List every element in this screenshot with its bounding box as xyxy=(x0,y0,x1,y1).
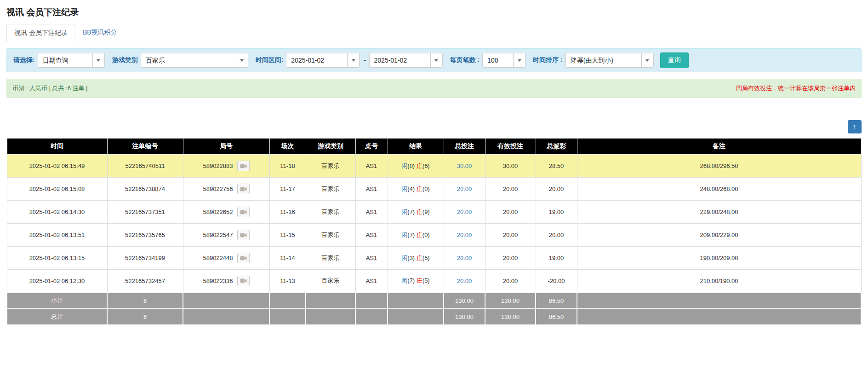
banker-result: 庄 xyxy=(417,208,423,215)
chevron-down-icon[interactable] xyxy=(92,53,104,67)
page-size-select[interactable]: 100 xyxy=(482,53,525,68)
table-row: 2025-01-02 06:15:49 522165740511 5890228… xyxy=(7,155,861,178)
video-icon xyxy=(240,186,247,192)
query-type-select[interactable]: 日期查询 xyxy=(38,53,105,68)
search-button[interactable]: 查询 xyxy=(660,52,689,68)
cell-empty xyxy=(388,293,444,309)
video-replay-button[interactable] xyxy=(237,161,250,171)
total-label: 总计 xyxy=(7,309,107,325)
round-number: 589022448 xyxy=(203,255,233,261)
cell-empty xyxy=(269,293,306,309)
subtotal-row: 小计 6 130.00 130.00 86.50 xyxy=(7,293,861,309)
cell-result: 闲(0) 庄(6) xyxy=(388,155,444,178)
tab-betting-records[interactable]: 视讯 会员下注纪录 xyxy=(6,24,75,42)
date-from-input[interactable]: 2025-01-02 xyxy=(286,53,360,68)
player-result: 闲 xyxy=(401,208,407,215)
video-replay-button[interactable] xyxy=(237,276,250,286)
chevron-down-icon[interactable] xyxy=(236,53,248,67)
cell-table-no: AS1 xyxy=(355,155,388,178)
tab-bb-video-points[interactable]: BB视讯积分 xyxy=(75,24,125,42)
cell-total-bet: 20.00 xyxy=(444,201,485,224)
total-bet-link[interactable]: 20.00 xyxy=(457,255,472,261)
time-sort-select[interactable]: 降幂(由大到小) xyxy=(565,53,654,68)
date-to-value: 2025-01-02 xyxy=(370,53,430,67)
cell-note: 209.00/229.00 xyxy=(577,224,861,247)
video-replay-button[interactable] xyxy=(237,207,250,217)
cell-result: 闲(7) 庄(0) xyxy=(388,224,444,247)
banker-count: (0) xyxy=(423,232,430,238)
cell-total-bet: 20.00 xyxy=(444,178,485,201)
chevron-down-icon[interactable] xyxy=(513,53,525,67)
cell-note: 229.00/248.00 xyxy=(577,201,861,224)
total-bet-link[interactable]: 20.00 xyxy=(457,208,472,215)
cell-empty xyxy=(183,293,269,309)
col-payout: 总派彩 xyxy=(536,139,577,155)
cell-game: 百家乐 xyxy=(306,247,355,270)
player-result: 闲 xyxy=(401,162,407,169)
total-bet-link[interactable]: 30.00 xyxy=(457,162,472,169)
table-row: 2025-01-02 06:12:30 522165732457 5890223… xyxy=(7,270,861,293)
total-row: 总计 6 130.00 130.00 86.50 xyxy=(7,309,861,325)
cell-bet-id: 522165740511 xyxy=(107,155,183,178)
round-number: 589022652 xyxy=(203,208,233,215)
total-payout: 86.50 xyxy=(536,309,577,325)
col-bet-id: 注单编号 xyxy=(107,139,183,155)
page-1-button[interactable]: 1 xyxy=(848,120,862,133)
cell-session: 11-13 xyxy=(269,270,306,293)
table-row: 2025-01-02 06:14:30 522165737351 5890226… xyxy=(7,201,861,224)
video-replay-button[interactable] xyxy=(237,253,250,263)
cell-game: 百家乐 xyxy=(306,178,355,201)
cell-table-no: AS1 xyxy=(355,224,388,247)
cell-note: 268.00/296.50 xyxy=(577,155,861,178)
cell-round: 589022883 xyxy=(183,155,269,178)
subtotal-label: 小计 xyxy=(7,293,107,309)
game-type-select[interactable]: 百家乐 xyxy=(141,53,248,68)
col-round: 局号 xyxy=(183,139,269,155)
page-title: 视讯 会员下注纪录 xyxy=(6,6,862,18)
date-to-input[interactable]: 2025-01-02 xyxy=(369,53,443,68)
cell-table-no: AS1 xyxy=(355,270,388,293)
cell-payout: 28.50 xyxy=(536,155,577,178)
game-type-label: 游戏类别 xyxy=(112,56,138,64)
total-total-bet: 130.00 xyxy=(444,309,485,325)
cell-empty xyxy=(577,293,861,309)
cell-note: 190.00/209.00 xyxy=(577,247,861,270)
cell-session: 11-15 xyxy=(269,224,306,247)
chevron-down-icon[interactable] xyxy=(347,53,359,67)
table-row: 2025-01-02 06:13:51 522165735765 5890225… xyxy=(7,224,861,247)
chevron-down-icon[interactable] xyxy=(641,53,653,67)
total-bet-link[interactable]: 20.00 xyxy=(457,278,472,284)
video-replay-button[interactable] xyxy=(237,184,250,194)
player-result: 闲 xyxy=(401,185,407,192)
date-from-value: 2025-01-02 xyxy=(286,53,347,67)
cell-game: 百家乐 xyxy=(306,201,355,224)
cell-round: 589022756 xyxy=(183,178,269,201)
page: 视讯 会员下注纪录 视讯 会员下注纪录 BB视讯积分 请选择: 日期查询 游戏类… xyxy=(0,0,868,344)
cell-bet-id: 522165737351 xyxy=(107,201,183,224)
total-bet-link[interactable]: 20.00 xyxy=(457,185,472,192)
cell-game: 百家乐 xyxy=(306,224,355,247)
col-table-no: 桌号 xyxy=(355,139,388,155)
cell-note: 210.00/190.00 xyxy=(577,270,861,293)
subtotal-total-bet: 130.00 xyxy=(444,293,485,309)
cell-empty xyxy=(577,309,861,325)
col-session: 场次 xyxy=(269,139,306,155)
cell-valid-bet: 20.00 xyxy=(485,178,536,201)
filter-bar: 请选择: 日期查询 游戏类别 百家乐 时间区间: 2025-01-02 ~ 20… xyxy=(6,48,862,72)
banker-result: 庄 xyxy=(417,162,423,169)
video-icon xyxy=(240,278,247,284)
col-note: 备注 xyxy=(577,139,861,155)
total-bet-link[interactable]: 20.00 xyxy=(457,232,472,238)
chevron-down-icon[interactable] xyxy=(430,53,442,67)
table-row: 2025-01-02 06:13:15 522165734199 5890224… xyxy=(7,247,861,270)
cell-game: 百家乐 xyxy=(306,270,355,293)
cell-session: 11-14 xyxy=(269,247,306,270)
video-icon xyxy=(240,163,247,169)
query-type-label: 请选择: xyxy=(13,56,35,64)
banker-count: (5) xyxy=(423,255,430,261)
cell-valid-bet: 20.00 xyxy=(485,224,536,247)
banker-count: (0) xyxy=(423,185,430,192)
col-time: 时间 xyxy=(7,139,107,155)
video-replay-button[interactable] xyxy=(237,230,250,240)
subtotal-count: 6 xyxy=(107,293,183,309)
